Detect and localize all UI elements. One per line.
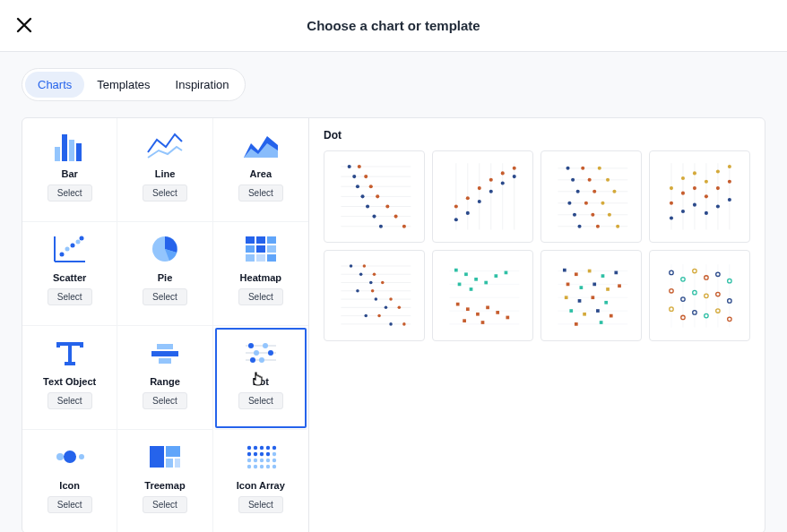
chart-type-line[interactable]: Line Select [117,118,212,222]
chart-type-label: Icon Array [237,480,285,491]
svg-rect-22 [267,254,276,262]
select-button-scatter[interactable]: Select [48,288,92,305]
select-button-area[interactable]: Select [238,184,283,202]
svg-point-144 [716,186,720,190]
svg-rect-208 [618,284,621,287]
chart-type-bar[interactable]: Bar Select [22,118,117,222]
chart-type-label: Range [150,376,180,387]
svg-point-81 [379,225,383,228]
svg-point-97 [501,181,505,184]
chart-type-label: Treemap [144,480,185,491]
tab-templates[interactable]: Templates [84,72,162,98]
svg-rect-3 [76,143,82,161]
svg-rect-181 [484,280,488,284]
preview-dot-template-7[interactable] [541,250,642,342]
chart-type-heatmap[interactable]: Heatmap Select [213,222,308,326]
svg-point-50 [266,452,270,456]
preview-dot-template-3[interactable] [541,150,642,243]
chart-type-area[interactable]: Area Select [213,118,308,222]
select-button-pie[interactable]: Select [143,288,187,305]
svg-point-147 [728,180,731,184]
close-button[interactable] [16,17,34,35]
tab-charts[interactable]: Charts [25,72,84,98]
svg-point-110 [571,178,575,182]
svg-rect-185 [470,287,473,291]
svg-point-43 [254,446,257,450]
preview-dot-template-8[interactable] [649,250,750,342]
heatmap-chart-icon [242,231,280,267]
svg-point-51 [272,452,276,456]
text-object-icon [51,335,89,371]
svg-point-73 [356,184,359,188]
chart-types-grid: Bar Select Line Select [22,118,308,532]
select-button-treemap[interactable]: Select [143,496,187,513]
select-button-textobject[interactable]: Select [48,392,92,409]
preview-dot-template-6[interactable] [432,250,533,342]
chart-type-pie[interactable]: Pie Select [117,222,212,326]
svg-rect-209 [565,296,568,299]
svg-point-54 [260,459,264,462]
chart-type-textobject[interactable]: Text Object Select [22,326,117,430]
svg-point-53 [254,459,257,462]
dialog-header: Choose a chart or template [0,0,787,52]
svg-rect-178 [454,268,458,271]
svg-point-114 [592,190,596,193]
svg-rect-204 [566,282,570,286]
select-button-dot[interactable]: Select [238,392,283,409]
select-button-range[interactable]: Select [143,392,187,409]
preview-dot-template-5[interactable] [324,250,425,342]
svg-point-116 [567,202,571,205]
svg-point-12 [79,236,83,241]
svg-rect-16 [267,236,276,244]
svg-rect-41 [175,459,180,468]
select-button-icon[interactable]: Select [48,496,92,513]
select-button-iconarray[interactable]: Select [238,496,283,513]
select-button-heatmap[interactable]: Select [238,288,283,305]
svg-rect-207 [606,287,610,291]
svg-rect-15 [256,236,265,244]
svg-point-135 [681,192,685,195]
svg-rect-187 [466,307,470,311]
svg-point-145 [716,170,720,174]
svg-rect-2 [69,140,74,161]
svg-rect-210 [578,299,582,303]
preview-dot-template-2[interactable] [432,150,533,243]
close-icon [16,17,32,33]
scatter-chart-icon [51,231,89,267]
svg-point-61 [272,465,276,468]
chart-type-range[interactable]: Range Select [117,326,212,430]
svg-rect-205 [580,286,584,289]
chart-type-scatter[interactable]: Scatter Select [22,222,117,326]
svg-point-112 [606,178,610,182]
svg-point-9 [65,247,69,252]
svg-point-122 [577,225,581,228]
line-chart-icon [146,127,184,163]
svg-point-8 [59,253,64,257]
svg-point-32 [268,350,273,356]
chart-type-iconarray[interactable]: Icon Array Select [213,430,308,532]
chart-type-icon[interactable]: Icon Select [22,430,117,532]
svg-point-70 [358,165,361,168]
preview-dot-template-1[interactable] [324,150,425,243]
select-button-bar[interactable]: Select [48,184,92,202]
svg-point-56 [272,459,276,462]
select-button-line[interactable]: Select [143,184,187,202]
svg-point-77 [366,204,369,208]
svg-point-139 [693,171,696,175]
svg-point-143 [716,204,720,208]
svg-rect-39 [166,446,180,457]
chart-type-treemap[interactable]: Treemap Select [117,430,212,532]
svg-point-93 [478,200,481,203]
svg-rect-1 [62,134,67,161]
svg-point-117 [584,202,588,205]
svg-point-113 [576,190,580,193]
preview-dot-template-4[interactable] [649,150,750,243]
chart-type-label: Line [155,168,176,179]
chart-type-label: Area [250,168,272,179]
svg-point-34 [259,357,264,363]
svg-point-33 [250,357,255,363]
tab-inspiration[interactable]: Inspiration [163,72,242,98]
svg-point-36 [64,450,76,463]
chart-type-dot[interactable]: Dot Select [213,326,308,430]
svg-point-134 [681,210,685,213]
